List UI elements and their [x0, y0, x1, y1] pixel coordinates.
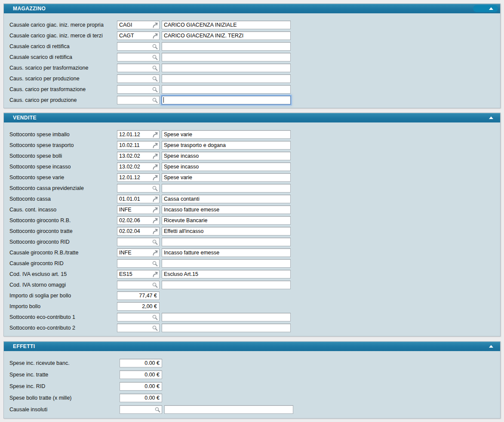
jump-arrow-icon[interactable]: [152, 250, 158, 256]
description-input[interactable]: [162, 281, 291, 289]
description-input[interactable]: Spese incasso: [162, 162, 291, 171]
magnifier-icon[interactable]: [152, 185, 158, 192]
code-input[interactable]: INFE: [117, 205, 160, 214]
code-input[interactable]: [117, 281, 160, 289]
field-label: Sottoconto spese bolli: [9, 153, 117, 159]
magnifier-icon[interactable]: [152, 43, 158, 50]
amount-input[interactable]: 0.00 €: [120, 370, 162, 379]
description-input[interactable]: [162, 313, 291, 321]
amount-input[interactable]: 0.00 €: [120, 394, 162, 402]
magnifier-icon[interactable]: [152, 260, 158, 267]
code-input[interactable]: ES15: [117, 270, 160, 278]
code-input[interactable]: CAGT: [117, 31, 160, 40]
description-input[interactable]: Spese varie: [162, 130, 291, 139]
magnifier-icon[interactable]: [152, 314, 158, 321]
field-label: Spese bollo tratte (x mille): [9, 395, 120, 401]
jump-arrow-icon[interactable]: [152, 153, 158, 159]
magnifier-icon[interactable]: [152, 239, 158, 245]
description-input[interactable]: Cassa contanti: [162, 195, 291, 203]
jump-arrow-icon[interactable]: [152, 174, 158, 181]
description-input[interactable]: [162, 42, 291, 51]
description-input[interactable]: Incasso fatture emesse: [162, 248, 291, 257]
jump-arrow-icon[interactable]: [152, 142, 158, 149]
code-input[interactable]: 12.01.12: [117, 173, 160, 182]
jump-arrow-icon[interactable]: [152, 33, 158, 39]
magnifier-icon[interactable]: [152, 76, 158, 82]
field-label: Causale giroconto RID: [9, 260, 117, 266]
panel-body: Causale carico giac. iniz. merce propria…: [4, 13, 500, 105]
description-input[interactable]: CARICO GIACENZA INIZIALE: [162, 21, 291, 29]
code-input[interactable]: 02.02.06: [117, 216, 160, 225]
field-label: Sottoconto spese varie: [9, 174, 117, 180]
jump-arrow-icon[interactable]: [152, 207, 158, 213]
field-label: Importo di soglia per bollo: [9, 293, 117, 299]
collapse-button[interactable]: [487, 113, 495, 122]
jump-arrow-icon[interactable]: [152, 164, 158, 170]
description-input[interactable]: Escluso Art.15: [162, 270, 291, 278]
form-row: Spese bollo tratte (x mille) 0.00 €: [9, 392, 500, 404]
code-input[interactable]: [117, 96, 160, 104]
code-input[interactable]: [120, 405, 162, 414]
code-input[interactable]: 10.02.11: [117, 141, 160, 150]
field-label: Sottoconto eco-contributo 2: [9, 325, 117, 331]
amount-input[interactable]: 2,00 €: [117, 302, 160, 311]
description-input[interactable]: CARICO GIACENZA INIZ. TERZI: [162, 31, 291, 40]
amount-input[interactable]: 0.00 €: [120, 382, 162, 391]
amount-input[interactable]: 77,47 €: [117, 291, 160, 300]
description-input[interactable]: [164, 405, 293, 414]
collapse-button[interactable]: [487, 342, 495, 351]
magnifier-icon[interactable]: [152, 54, 158, 61]
code-input[interactable]: 12.01.12: [117, 130, 160, 139]
code-input[interactable]: INFE: [117, 248, 160, 257]
description-input[interactable]: Spese trasporto e dogana: [162, 141, 291, 150]
field-label: Causale carico giac. iniz. merce di terz…: [9, 33, 117, 39]
code-input[interactable]: CAGI: [117, 21, 160, 29]
code-input[interactable]: [117, 313, 160, 321]
code-input[interactable]: 02.02.04: [117, 227, 160, 235]
jump-arrow-icon[interactable]: [152, 228, 158, 235]
description-input[interactable]: [162, 324, 291, 332]
code-input[interactable]: 13.02.02: [117, 152, 160, 160]
description-input[interactable]: [162, 259, 291, 268]
form-row: Sottoconto giroconto tratte 02.02.04 Eff…: [9, 226, 500, 236]
description-input[interactable]: [162, 96, 291, 104]
magnifier-icon[interactable]: [152, 282, 158, 288]
description-input[interactable]: Ricevute Bancarie: [162, 216, 291, 225]
code-input[interactable]: [117, 259, 160, 268]
code-input[interactable]: [117, 64, 160, 72]
jump-arrow-icon[interactable]: [152, 131, 158, 138]
code-input[interactable]: [117, 85, 160, 94]
collapse-button[interactable]: [487, 4, 495, 13]
code-input[interactable]: [117, 74, 160, 83]
description-input[interactable]: Spese incasso: [162, 152, 291, 160]
field-label: Caus. cont. incasso: [9, 207, 117, 213]
description-input[interactable]: [162, 184, 291, 193]
code-input[interactable]: 13.02.02: [117, 162, 160, 171]
description-input[interactable]: [162, 64, 291, 72]
amount-input[interactable]: 0.00 €: [120, 359, 162, 367]
field-label: Spese inc. ricevute banc.: [9, 360, 120, 366]
code-input[interactable]: [117, 53, 160, 61]
description-input[interactable]: Effetti all'incasso: [162, 227, 291, 235]
magnifier-icon[interactable]: [152, 65, 158, 71]
code-input[interactable]: [117, 184, 160, 193]
magnifier-icon[interactable]: [154, 407, 161, 413]
jump-arrow-icon[interactable]: [152, 217, 158, 224]
magnifier-icon[interactable]: [152, 86, 158, 93]
code-input[interactable]: [117, 42, 160, 51]
jump-arrow-icon[interactable]: [152, 271, 158, 278]
code-input[interactable]: 01.01.01: [117, 195, 160, 203]
description-input[interactable]: [162, 238, 291, 246]
form-row: Causale giroconto RID: [9, 258, 500, 269]
jump-arrow-icon[interactable]: [152, 22, 158, 28]
description-input[interactable]: Spese varie: [162, 173, 291, 182]
description-input[interactable]: [162, 74, 291, 83]
jump-arrow-icon[interactable]: [152, 196, 158, 202]
description-input[interactable]: [162, 53, 291, 61]
description-input[interactable]: [162, 85, 291, 94]
magnifier-icon[interactable]: [152, 97, 158, 104]
code-input[interactable]: [117, 238, 160, 246]
magnifier-icon[interactable]: [152, 325, 158, 331]
description-input[interactable]: Incasso fatture emesse: [162, 205, 291, 214]
code-input[interactable]: [117, 324, 160, 332]
